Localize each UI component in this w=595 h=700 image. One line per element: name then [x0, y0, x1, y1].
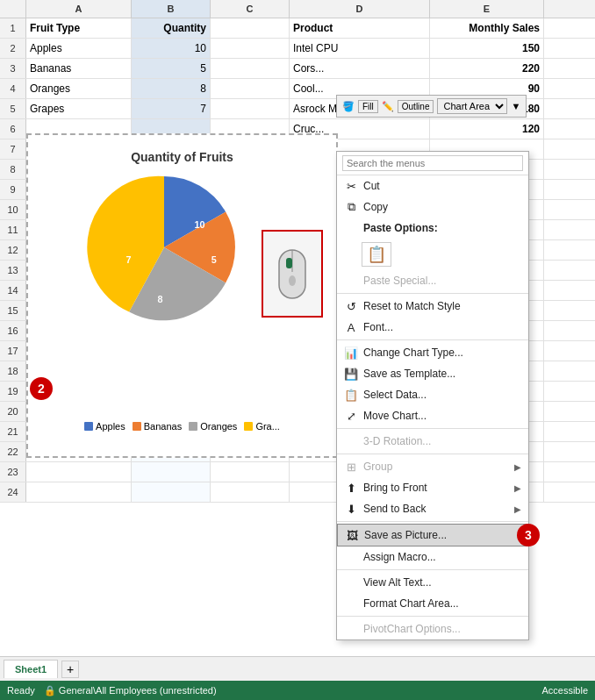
cell-a1[interactable]: Fruit Type: [26, 18, 132, 38]
status-security: 🔒 General\All Employees (unrestricted): [44, 685, 217, 696]
group-icon: ⊞: [344, 460, 358, 474]
menu-item-change-chart[interactable]: 📊 Change Chart Type...: [337, 342, 528, 363]
menu-search-input[interactable]: [342, 155, 523, 171]
select-data-icon: 📋: [344, 388, 358, 402]
sheet-tab-bar: Sheet1 +: [0, 656, 595, 681]
cell-c[interactable]: [211, 462, 290, 482]
row-number: 13: [0, 261, 26, 280]
cell-a4[interactable]: Oranges: [26, 79, 132, 98]
menu-search-container[interactable]: [337, 152, 528, 175]
cut-icon: ✂: [344, 179, 358, 193]
cell-c3[interactable]: [211, 59, 290, 78]
menu-item-format-chart[interactable]: Format Chart Area...: [337, 593, 528, 614]
menu-separator-6: [337, 569, 528, 570]
chart-area[interactable]: Quantity of Fruits 10 5 8 7: [26, 133, 338, 458]
cell-b3[interactable]: 5: [132, 59, 211, 78]
menu-item-assign-macro[interactable]: Assign Macro...: [337, 546, 528, 568]
cell-c[interactable]: [211, 482, 290, 502]
menu-separator-2: [337, 339, 528, 340]
row-number: 1: [0, 18, 26, 38]
col-header-d[interactable]: D: [290, 0, 430, 18]
menu-item-font[interactable]: A Font...: [337, 317, 528, 338]
menu-item-view-alt-text[interactable]: View Alt Text...: [337, 572, 528, 593]
table-row: 1 Fruit Type Quantity Product Monthly Sa…: [0, 18, 595, 39]
reset-style-icon: ↺: [344, 299, 358, 313]
menu-item-move-chart[interactable]: ⤢ Move Chart...: [337, 405, 528, 426]
menu-item-bring-front[interactable]: ⬆ Bring to Front ▶: [337, 477, 528, 498]
table-row: 2 Apples 10 Intel CPU 150: [0, 39, 595, 59]
badge-2: 2: [30, 377, 53, 400]
font-icon: A: [344, 320, 358, 334]
col-header-c[interactable]: C: [211, 0, 290, 18]
cell-a[interactable]: [26, 482, 132, 502]
cell-c4[interactable]: [211, 79, 290, 98]
cell-c5[interactable]: [211, 99, 290, 118]
svg-text:5: 5: [211, 254, 217, 265]
table-row: 3 Bananas 5 Cors... 220: [0, 59, 595, 79]
svg-text:8: 8: [158, 294, 163, 304]
assign-macro-icon: [344, 550, 358, 564]
menu-item-3d-rotation: 3-D Rotation...: [337, 431, 528, 452]
cell-d3[interactable]: Cors...: [290, 59, 430, 78]
cell-e1[interactable]: Monthly Sales: [430, 18, 544, 38]
save-picture-icon: 🖼: [345, 528, 359, 542]
legend-item-bananas: Bananas: [133, 421, 182, 432]
cell-e2[interactable]: 150: [430, 39, 544, 58]
row-number: 23: [0, 462, 26, 482]
legend-item-apples: Apples: [84, 421, 125, 432]
menu-separator-1: [337, 293, 528, 294]
paste-icon: 📋: [362, 242, 391, 267]
cell-a3[interactable]: Bananas: [26, 59, 132, 78]
send-back-icon: ⬇: [344, 502, 358, 516]
cell-c1[interactable]: [211, 18, 290, 38]
cell-b[interactable]: [132, 482, 211, 502]
row-number: 12: [0, 240, 26, 260]
cell-b4[interactable]: 8: [132, 79, 211, 98]
menu-separator-4: [337, 454, 528, 454]
menu-item-cut[interactable]: ✂ Cut: [337, 175, 528, 196]
status-ready: Ready: [7, 685, 35, 696]
paste-options-icon: [344, 221, 358, 235]
col-header-b[interactable]: B: [132, 0, 211, 18]
cell-b[interactable]: [132, 462, 211, 482]
cell-d1[interactable]: Product: [290, 18, 430, 38]
status-accessible: Accessible: [541, 685, 588, 696]
cell-b1[interactable]: Quantity: [132, 18, 211, 38]
cell-a2[interactable]: Apples: [26, 39, 132, 58]
save-template-icon: 💾: [344, 367, 358, 381]
cell-e3[interactable]: 220: [430, 59, 544, 78]
bring-front-arrow: ▶: [514, 483, 521, 493]
row-number: 15: [0, 301, 26, 320]
menu-item-select-data[interactable]: 📋 Select Data...: [337, 384, 528, 405]
menu-item-copy[interactable]: ⧉ Copy: [337, 196, 528, 218]
move-chart-icon: ⤢: [344, 409, 358, 423]
chart-legend: Apples Bananas Oranges Gra...: [32, 421, 332, 432]
paste-special-icon: [344, 274, 358, 288]
menu-item-group: ⊞ Group ▶: [337, 456, 528, 477]
chart-area-select[interactable]: Chart Area: [437, 98, 507, 114]
outline-button[interactable]: Outline: [398, 100, 434, 113]
svg-text:7: 7: [126, 254, 132, 265]
menu-item-reset-style[interactable]: ↺ Reset to Match Style: [337, 296, 528, 317]
cell-a5[interactable]: Grapes: [26, 99, 132, 118]
svg-rect-6: [286, 258, 292, 268]
col-header-e[interactable]: E: [430, 0, 544, 18]
cell-d2[interactable]: Intel CPU: [290, 39, 430, 58]
cell-c2[interactable]: [211, 39, 290, 58]
menu-item-send-back[interactable]: ⬇ Send to Back ▶: [337, 498, 528, 519]
send-back-arrow: ▶: [514, 504, 521, 514]
cell-b2[interactable]: 10: [132, 39, 211, 58]
chart-title: Quantity of Fruits: [32, 150, 332, 164]
cell-e6[interactable]: 120: [430, 119, 544, 139]
menu-item-save-picture[interactable]: 🖼 Save as Picture... 3: [337, 524, 528, 546]
add-sheet-button[interactable]: +: [61, 661, 79, 678]
cell-b5[interactable]: 7: [132, 99, 211, 118]
copy-icon: ⧉: [344, 200, 358, 214]
sheet-tab-sheet1[interactable]: Sheet1: [4, 660, 58, 678]
col-header-a[interactable]: A: [26, 0, 132, 18]
fill-button[interactable]: Fill: [358, 100, 378, 113]
row-number: 8: [0, 160, 26, 179]
cell-a[interactable]: [26, 462, 132, 482]
menu-item-save-template[interactable]: 💾 Save as Template...: [337, 363, 528, 384]
column-headers: A B C D E: [0, 0, 595, 18]
